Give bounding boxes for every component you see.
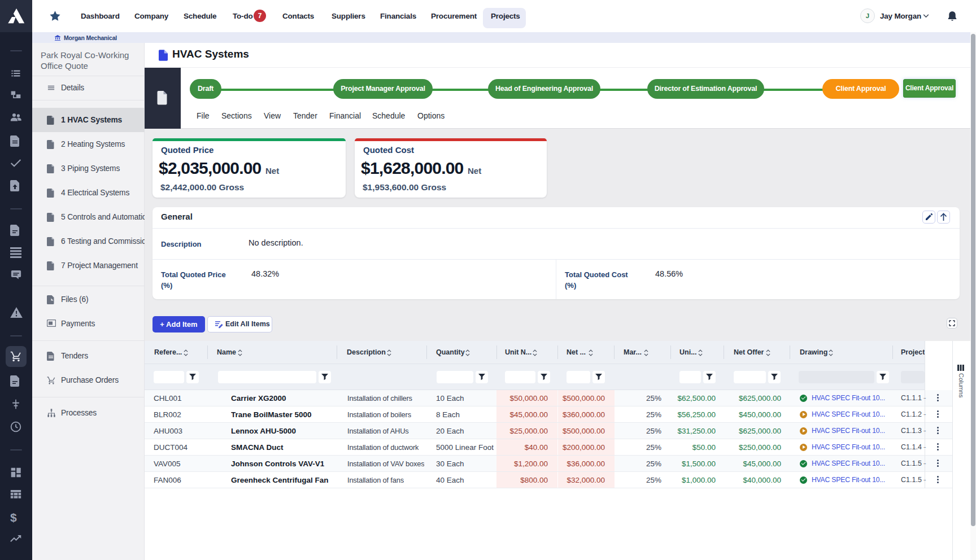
svg-text:$: $ [10, 511, 17, 524]
